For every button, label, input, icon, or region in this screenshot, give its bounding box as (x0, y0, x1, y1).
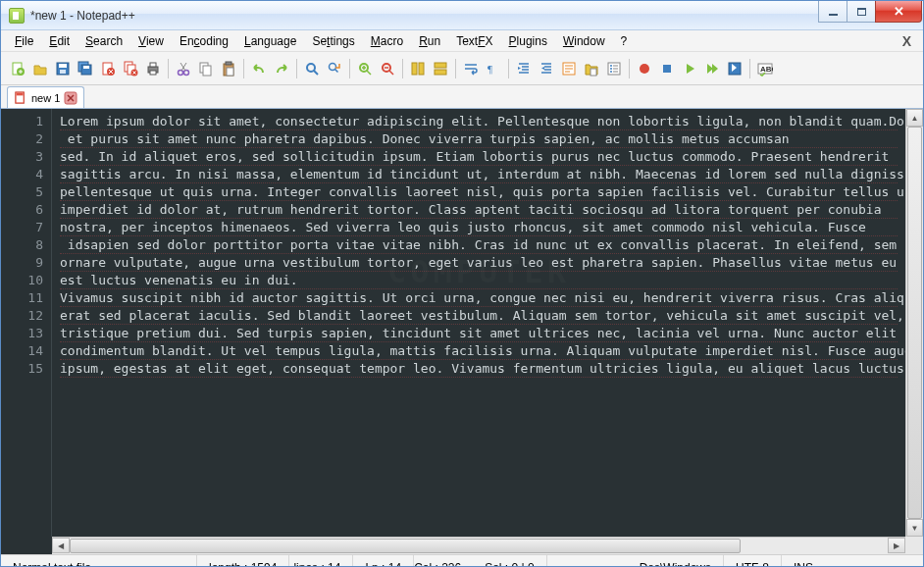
toolbar-separator (455, 59, 456, 78)
show-all-chars-button[interactable]: ¶ (483, 58, 504, 79)
scroll-track-x[interactable] (70, 538, 888, 554)
outdent-button[interactable] (536, 58, 557, 79)
code-line[interactable]: Lorem ipsum dolor sit amet, consectetur … (60, 113, 898, 130)
line-number: 15 (5, 360, 43, 378)
word-wrap-button[interactable] (460, 58, 482, 79)
close-button[interactable] (97, 58, 119, 79)
code-line[interactable]: Vivamus suscipit nibh id auctor sagittis… (60, 289, 898, 307)
code-area[interactable]: COMPUTER Lorem ipsum dolor sit amet, con… (52, 109, 905, 537)
copy-button[interactable] (195, 58, 217, 79)
close-window-button[interactable]: ✕ (875, 1, 922, 23)
code-line[interactable]: condimentum blandit. Ut vel tempus ligul… (60, 342, 898, 360)
outdent-icon (539, 61, 554, 77)
scroll-left-button[interactable]: ◀ (52, 538, 70, 553)
open-file-button[interactable] (29, 58, 51, 79)
menu-language[interactable]: Language (236, 32, 304, 50)
play-multi-button[interactable] (701, 58, 723, 79)
play-macro-button[interactable] (679, 58, 700, 79)
code-line[interactable]: sed. In id aliquet eros, sed sollicitudi… (60, 148, 898, 166)
line-number: 4 (5, 166, 43, 183)
tab-new-1[interactable]: new 1 (7, 86, 84, 108)
sync-h-icon (433, 61, 448, 77)
undo-button[interactable] (248, 58, 270, 79)
zoom-in-button[interactable] (354, 58, 376, 79)
replace-button[interactable] (324, 58, 345, 79)
print-button[interactable] (142, 58, 164, 79)
toolbar-separator (168, 59, 169, 78)
save-all-button[interactable] (75, 58, 96, 79)
svg-point-38 (640, 64, 649, 74)
menu-plugins[interactable]: Plugins (501, 32, 555, 50)
function-list-button[interactable] (603, 58, 625, 79)
svg-rect-22 (227, 68, 233, 76)
tab-close-icon[interactable] (64, 91, 77, 105)
menubar-close-doc-button[interactable]: X (897, 33, 917, 49)
code-line[interactable]: tristique pretium dui. Sed turpis sapien… (60, 325, 898, 342)
code-line[interactable]: erat sed placerat iaculis. Sed blandit l… (60, 307, 898, 325)
menu-view[interactable]: View (130, 32, 172, 50)
menu-file[interactable]: File (7, 32, 41, 50)
replace-icon (327, 61, 342, 77)
menu-window[interactable]: Window (555, 32, 613, 50)
menu-run[interactable]: Run (411, 32, 448, 50)
menu-search[interactable]: Search (77, 32, 130, 50)
svg-rect-21 (226, 62, 231, 65)
stop-macro-button[interactable] (656, 58, 678, 79)
user-lang-button[interactable] (558, 58, 580, 79)
redo-button[interactable] (271, 58, 292, 79)
scroll-track-y[interactable] (906, 127, 923, 519)
code-line[interactable]: imperdiet id dolor at, rutrum hendrerit … (60, 201, 898, 219)
toolbar-separator (508, 59, 509, 78)
menu-macro[interactable]: Macro (363, 32, 411, 50)
status-col: Col : 226 (414, 555, 473, 567)
menu-help[interactable]: ? (613, 32, 636, 50)
tab-label: new 1 (31, 92, 60, 104)
record-macro-button[interactable] (634, 58, 655, 79)
svg-point-24 (330, 63, 336, 70)
folder-doc-icon (584, 61, 599, 77)
find-button[interactable] (301, 58, 323, 79)
save-button[interactable] (52, 58, 74, 79)
code-line[interactable]: et purus sit amet nunc pharetra dapibus.… (60, 130, 898, 148)
code-line[interactable]: est luctus venenatis eu in dui. (60, 272, 898, 289)
line-number: 1 (5, 113, 43, 130)
code-line[interactable]: pellentesque ut quis urna. Integer conva… (60, 183, 898, 201)
folder-doc-button[interactable] (581, 58, 602, 79)
horizontal-scrollbar[interactable]: ◀ ▶ (52, 537, 905, 554)
menu-encoding[interactable]: Encoding (172, 32, 236, 50)
scroll-right-button[interactable]: ▶ (888, 538, 905, 553)
sync-v-button[interactable] (407, 58, 429, 79)
sync-v-icon (410, 61, 426, 77)
scroll-up-button[interactable]: ▲ (906, 109, 923, 127)
code-line[interactable]: idsapien sed dolor porttitor porta vitae… (60, 236, 898, 254)
menu-edit[interactable]: Edit (41, 32, 77, 50)
user-lang-icon (561, 61, 577, 77)
new-file-button[interactable] (7, 58, 28, 79)
resize-grip-icon[interactable] (905, 555, 923, 567)
indent-guide-button[interactable] (513, 58, 535, 79)
scroll-down-button[interactable]: ▼ (906, 519, 923, 537)
menu-textfx[interactable]: TextFX (448, 32, 500, 50)
sync-h-button[interactable] (430, 58, 451, 79)
code-line[interactable]: sagittis arcu. In nisi massa, elementum … (60, 166, 898, 183)
svg-rect-28 (419, 63, 424, 75)
scroll-thumb-y[interactable] (907, 127, 922, 519)
spell-check-button[interactable]: ABC (754, 58, 776, 79)
scroll-corner (905, 537, 923, 554)
maximize-button[interactable] (847, 1, 876, 23)
cut-button[interactable] (173, 58, 194, 79)
tabbar: new 1 (1, 85, 923, 109)
scroll-thumb-x[interactable] (70, 539, 741, 553)
code-line[interactable]: nostra, per inceptos himenaeos. Sed vive… (60, 219, 898, 236)
svg-rect-30 (435, 70, 446, 75)
line-number: 6 (5, 201, 43, 219)
code-line[interactable]: ipsum, egestas at elit eget, consequat t… (60, 360, 898, 378)
paste-button[interactable] (218, 58, 239, 79)
code-line[interactable]: ornare vulputate, augue urna vestibulum … (60, 254, 898, 272)
minimize-button[interactable] (818, 1, 847, 23)
close-all-button[interactable] (120, 58, 141, 79)
menu-settings[interactable]: Settings (304, 32, 362, 50)
vertical-scrollbar[interactable]: ▲ ▼ (905, 109, 923, 537)
zoom-out-button[interactable] (377, 58, 398, 79)
save-macro-button[interactable] (724, 58, 745, 79)
